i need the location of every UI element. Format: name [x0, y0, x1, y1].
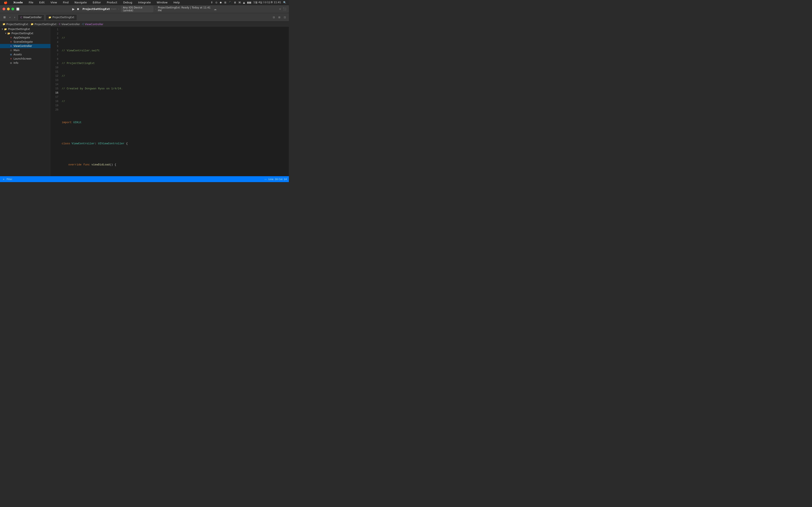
code-content[interactable]: // // ViewController.swift // ProjectSet…	[61, 27, 289, 176]
add-button[interactable]: +	[279, 7, 281, 11]
bc-root-folder-icon: 📁	[3, 23, 5, 25]
menu-edit[interactable]: Edit	[38, 0, 46, 4]
titlebar-center: ▶ ⏹ ProjectSettingExt main › Any iOS Dev…	[72, 6, 217, 12]
ln-7: 7	[53, 53, 58, 57]
titlebar-right: + ⬛	[279, 7, 286, 11]
menu-help[interactable]: Help	[172, 0, 181, 4]
ln-17: 17	[53, 95, 58, 99]
sidebar-appdelegate[interactable]: ✕ AppDelegate	[0, 36, 51, 40]
viewcontroller-icon: ✕	[9, 45, 12, 48]
sidebar-launchscreen[interactable]: ✕ LaunchScreen	[0, 57, 51, 61]
stop-button[interactable]: ⏹	[77, 7, 80, 11]
launchscreen-icon: ✕	[9, 57, 12, 60]
grid-view-btn[interactable]: ⊞	[277, 15, 281, 19]
sidebar-assets-label: Assets	[13, 53, 22, 56]
ln-9: 9	[53, 61, 58, 65]
scenedelegate-icon: ✕	[9, 41, 12, 43]
bc-sep2: ›	[57, 23, 58, 25]
bc-project[interactable]: ProjectSettingExt	[35, 23, 56, 26]
code-line-1: //	[62, 36, 289, 40]
nav-forward[interactable]: ›	[13, 15, 16, 20]
editor[interactable]: 1 2 3 4 5 6 7 8 9 10 11 12 13 14 15 16 1…	[51, 27, 289, 176]
bc-class[interactable]: ViewController	[85, 23, 103, 26]
sidebar-scenedelegate[interactable]: ✕ SceneDelegate	[0, 40, 51, 44]
sidebar-main-label: Main	[13, 49, 20, 52]
sidebar-info-label: Info	[13, 61, 18, 64]
menu-navigate[interactable]: Navigate	[73, 0, 88, 4]
proj-tab-icon: 📁	[48, 16, 51, 19]
ln-18: 18	[53, 99, 58, 104]
code-line-6: //	[62, 99, 289, 104]
ln-5: 5	[53, 44, 58, 49]
bc-swift-icon: C	[59, 23, 61, 25]
grid-icon[interactable]: ⊞	[224, 1, 226, 4]
menu-file[interactable]: File	[28, 0, 35, 4]
device-selector[interactable]: Any iOS Device (arm64)	[121, 6, 154, 12]
bc-sep1: ›	[29, 23, 30, 25]
ln-2: 2	[53, 32, 58, 36]
maximize-button[interactable]	[11, 8, 14, 10]
battery-icon[interactable]: ▮▮▮	[247, 1, 251, 4]
sidebar-project[interactable]: ▶ 📂 ProjectSettingExt	[0, 31, 51, 36]
layout-toggle-btn[interactable]: ⊡	[283, 15, 287, 19]
sidebar-root[interactable]: ▶ 📁 ProjectSettingExt	[0, 27, 51, 31]
bc-file[interactable]: ViewController	[61, 23, 80, 26]
sidebar-viewcontroller[interactable]: ✕ ViewController	[0, 44, 51, 48]
layout-button[interactable]: ⬛	[283, 7, 286, 11]
menu-window[interactable]: Window	[155, 0, 169, 4]
sidebar-main[interactable]: ⊟ Main	[0, 48, 51, 52]
menu-debug[interactable]: Debug	[122, 0, 134, 4]
bottom-bar-right: Line: 16 Col: 14	[264, 178, 287, 181]
close-button[interactable]	[3, 8, 5, 10]
bc-class-icon: C	[83, 23, 84, 25]
code-line-12: override func viewDidLoad() {	[62, 163, 289, 167]
code-line-10: class ViewController: UIViewController {	[62, 142, 289, 146]
bottom-bar-left: + Filter	[2, 177, 12, 181]
split-editor-btn[interactable]: ⊟	[272, 15, 276, 19]
tab-viewcontroller[interactable]: C ViewController	[18, 14, 44, 20]
phone-icon[interactable]: 📱	[229, 1, 232, 4]
sidebar-info[interactable]: ⊟ Info	[0, 61, 51, 65]
menu-find[interactable]: Find	[62, 0, 70, 4]
code-line-2: // ViewController.swift	[62, 49, 289, 53]
menu-integrate[interactable]: Integrate	[137, 0, 152, 4]
bluetooth-icon[interactable]: ⌘	[238, 1, 241, 4]
minimize-button[interactable]	[7, 8, 10, 10]
sidebar-viewcontroller-label: ViewController	[13, 45, 32, 48]
bc-root[interactable]: ProjectSettingExt	[6, 23, 28, 26]
mic-icon[interactable]: 🎙	[211, 1, 213, 4]
menu-editor[interactable]: Editor	[92, 0, 102, 4]
sidebar-toggle-icon[interactable]: ⬜	[16, 8, 19, 11]
nav-back[interactable]: ‹	[8, 15, 12, 20]
record-icon[interactable]: ⏺	[219, 1, 222, 4]
wifi-icon[interactable]: ▲	[243, 1, 245, 4]
sidebar-root-label: ProjectSettingExt	[8, 28, 30, 31]
menu-xcode[interactable]: Xcode	[12, 0, 24, 4]
ln-11: 11	[53, 70, 58, 74]
ln-10: 10	[53, 65, 58, 70]
bc-sep3: ›	[81, 23, 82, 25]
menu-product[interactable]: Product	[105, 0, 118, 4]
root-triangle: ▶	[1, 29, 3, 30]
menubar-status: 🎙 ⊙ ⏺ ⊞ 📱 🖥 ⌘ ▲ ▮▮▮ 1월 4일 (수)오후 11:41 🔍	[211, 1, 286, 4]
cloud-icon[interactable]: ☁	[214, 7, 217, 11]
add-target-button[interactable]: +	[2, 177, 5, 181]
tab-vc-label: ViewController	[23, 16, 42, 19]
ln-19: 19	[53, 104, 58, 108]
tab-projectsetting[interactable]: 📁 ProjectSettingExt	[46, 14, 77, 20]
clock: 1월 4일 (수)오후 11:41	[253, 1, 281, 4]
sidebar-launchscreen-label: LaunchScreen	[13, 57, 32, 60]
sidebar-assets[interactable]: ⊞ Assets	[0, 52, 51, 57]
code-line-5: // Created by Dongwan Ryoo on 1/4/24.	[62, 87, 289, 91]
display-icon[interactable]: 🖥	[234, 1, 236, 4]
github-icon[interactable]: ⊙	[215, 1, 217, 4]
assets-icon: ⊞	[9, 53, 12, 56]
navigator-toggle[interactable]: ⊞	[2, 15, 7, 20]
menu-view[interactable]: View	[49, 0, 58, 4]
run-button[interactable]: ▶	[72, 7, 75, 11]
sidebar-scenedelegate-label: SceneDelegate	[13, 40, 33, 43]
bc-folder-icon: 📁	[31, 23, 34, 25]
apple-menu[interactable]: 🍎	[3, 0, 9, 5]
search-icon[interactable]: 🔍	[283, 1, 286, 4]
ln-12: 12	[53, 74, 58, 78]
